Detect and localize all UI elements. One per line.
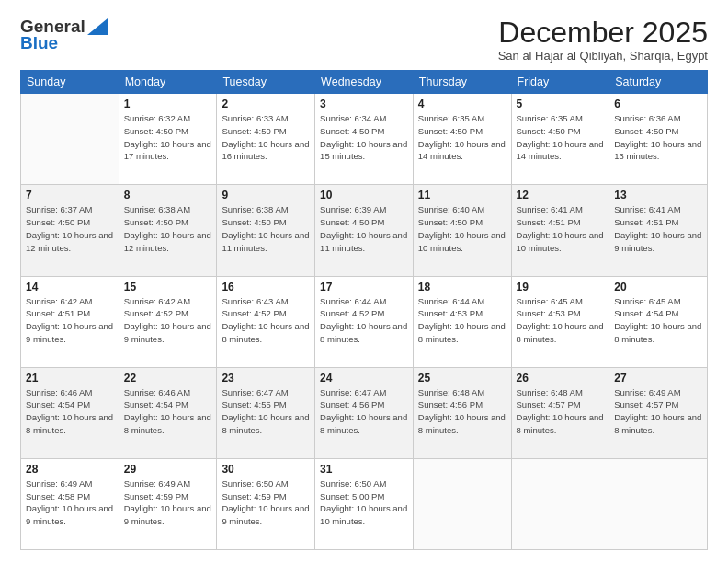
calendar-week-row: 21 Sunrise: 6:46 AMSunset: 4:54 PMDaylig… xyxy=(21,367,708,458)
cell-info: Sunrise: 6:45 AMSunset: 4:54 PMDaylight:… xyxy=(614,296,701,344)
day-number: 9 xyxy=(222,189,310,201)
cell-info: Sunrise: 6:49 AMSunset: 4:58 PMDaylight:… xyxy=(26,478,113,526)
day-number: 17 xyxy=(320,281,408,293)
month-title: December 2025 xyxy=(498,17,708,49)
table-row: 29 Sunrise: 6:49 AMSunset: 4:59 PMDaylig… xyxy=(119,458,217,549)
table-row: 25 Sunrise: 6:48 AMSunset: 4:56 PMDaylig… xyxy=(413,367,511,458)
day-number: 25 xyxy=(418,372,506,385)
cell-info: Sunrise: 6:46 AMSunset: 4:54 PMDaylight:… xyxy=(124,387,211,435)
cell-info: Sunrise: 6:41 AMSunset: 4:51 PMDaylight:… xyxy=(614,204,701,252)
table-row xyxy=(609,458,708,549)
table-row: 14 Sunrise: 6:42 AMSunset: 4:51 PMDaylig… xyxy=(21,276,119,367)
cell-info: Sunrise: 6:42 AMSunset: 4:52 PMDaylight:… xyxy=(124,296,211,344)
logo-icon xyxy=(87,18,108,35)
table-row: 20 Sunrise: 6:45 AMSunset: 4:54 PMDaylig… xyxy=(609,276,708,367)
table-row: 2 Sunrise: 6:33 AMSunset: 4:50 PMDayligh… xyxy=(217,94,315,185)
table-row: 3 Sunrise: 6:34 AMSunset: 4:50 PMDayligh… xyxy=(315,94,414,185)
day-number: 14 xyxy=(26,281,114,293)
cell-info: Sunrise: 6:50 AMSunset: 5:00 PMDaylight:… xyxy=(320,478,407,526)
calendar-table: Sunday Monday Tuesday Wednesday Thursday… xyxy=(20,70,708,550)
table-row xyxy=(511,458,609,549)
table-row xyxy=(413,458,511,549)
title-block: December 2025 San al Hajar al Qibliyah, … xyxy=(498,17,708,63)
day-number: 12 xyxy=(517,189,605,201)
cell-info: Sunrise: 6:44 AMSunset: 4:52 PMDaylight:… xyxy=(320,296,407,344)
svg-marker-0 xyxy=(87,18,108,35)
day-number: 2 xyxy=(222,98,310,110)
day-number: 15 xyxy=(124,281,212,293)
cell-info: Sunrise: 6:38 AMSunset: 4:50 PMDaylight:… xyxy=(124,204,211,252)
col-monday: Monday xyxy=(119,71,217,94)
table-row: 17 Sunrise: 6:44 AMSunset: 4:52 PMDaylig… xyxy=(315,276,414,367)
col-friday: Friday xyxy=(511,71,609,94)
col-wednesday: Wednesday xyxy=(315,71,414,94)
table-row: 21 Sunrise: 6:46 AMSunset: 4:54 PMDaylig… xyxy=(21,367,119,458)
header: General Blue December 2025 San al Hajar … xyxy=(20,17,708,63)
day-number: 18 xyxy=(418,281,506,293)
table-row xyxy=(21,94,119,185)
page: General Blue December 2025 San al Hajar … xyxy=(0,0,728,563)
calendar-week-row: 1 Sunrise: 6:32 AMSunset: 4:50 PMDayligh… xyxy=(21,94,708,185)
day-number: 19 xyxy=(517,281,605,293)
cell-info: Sunrise: 6:40 AMSunset: 4:50 PMDaylight:… xyxy=(418,204,506,252)
logo-blue-text: Blue xyxy=(20,33,58,53)
cell-info: Sunrise: 6:39 AMSunset: 4:50 PMDaylight:… xyxy=(320,204,407,252)
table-row: 22 Sunrise: 6:46 AMSunset: 4:54 PMDaylig… xyxy=(119,367,217,458)
cell-info: Sunrise: 6:38 AMSunset: 4:50 PMDaylight:… xyxy=(222,204,309,252)
day-number: 6 xyxy=(614,98,702,110)
table-row: 1 Sunrise: 6:32 AMSunset: 4:50 PMDayligh… xyxy=(119,94,217,185)
day-number: 8 xyxy=(124,189,212,201)
table-row: 4 Sunrise: 6:35 AMSunset: 4:50 PMDayligh… xyxy=(413,94,511,185)
table-row: 9 Sunrise: 6:38 AMSunset: 4:50 PMDayligh… xyxy=(217,185,315,276)
day-number: 11 xyxy=(418,189,506,201)
table-row: 30 Sunrise: 6:50 AMSunset: 4:59 PMDaylig… xyxy=(217,458,315,549)
day-number: 21 xyxy=(26,372,114,385)
calendar-header-row: Sunday Monday Tuesday Wednesday Thursday… xyxy=(21,71,708,94)
table-row: 15 Sunrise: 6:42 AMSunset: 4:52 PMDaylig… xyxy=(119,276,217,367)
col-tuesday: Tuesday xyxy=(217,71,315,94)
table-row: 12 Sunrise: 6:41 AMSunset: 4:51 PMDaylig… xyxy=(511,185,609,276)
day-number: 27 xyxy=(614,372,702,385)
cell-info: Sunrise: 6:41 AMSunset: 4:51 PMDaylight:… xyxy=(517,204,604,252)
day-number: 23 xyxy=(222,372,310,385)
col-sunday: Sunday xyxy=(21,71,119,94)
table-row: 8 Sunrise: 6:38 AMSunset: 4:50 PMDayligh… xyxy=(119,185,217,276)
day-number: 20 xyxy=(614,281,702,293)
table-row: 11 Sunrise: 6:40 AMSunset: 4:50 PMDaylig… xyxy=(413,185,511,276)
day-number: 30 xyxy=(222,463,310,476)
day-number: 13 xyxy=(614,189,702,201)
calendar-week-row: 7 Sunrise: 6:37 AMSunset: 4:50 PMDayligh… xyxy=(21,185,708,276)
table-row: 7 Sunrise: 6:37 AMSunset: 4:50 PMDayligh… xyxy=(21,185,119,276)
table-row: 31 Sunrise: 6:50 AMSunset: 5:00 PMDaylig… xyxy=(315,458,414,549)
day-number: 16 xyxy=(222,281,310,293)
cell-info: Sunrise: 6:49 AMSunset: 4:59 PMDaylight:… xyxy=(124,478,211,526)
cell-info: Sunrise: 6:32 AMSunset: 4:50 PMDaylight:… xyxy=(124,113,211,161)
cell-info: Sunrise: 6:47 AMSunset: 4:56 PMDaylight:… xyxy=(320,387,407,435)
cell-info: Sunrise: 6:36 AMSunset: 4:50 PMDaylight:… xyxy=(614,113,701,161)
cell-info: Sunrise: 6:48 AMSunset: 4:56 PMDaylight:… xyxy=(418,387,506,435)
cell-info: Sunrise: 6:35 AMSunset: 4:50 PMDaylight:… xyxy=(418,113,506,161)
table-row: 24 Sunrise: 6:47 AMSunset: 4:56 PMDaylig… xyxy=(315,367,414,458)
cell-info: Sunrise: 6:37 AMSunset: 4:50 PMDaylight:… xyxy=(26,204,113,252)
day-number: 26 xyxy=(517,372,605,385)
col-thursday: Thursday xyxy=(413,71,511,94)
cell-info: Sunrise: 6:49 AMSunset: 4:57 PMDaylight:… xyxy=(614,387,701,435)
table-row: 27 Sunrise: 6:49 AMSunset: 4:57 PMDaylig… xyxy=(609,367,708,458)
table-row: 6 Sunrise: 6:36 AMSunset: 4:50 PMDayligh… xyxy=(609,94,708,185)
logo: General Blue xyxy=(20,17,108,53)
table-row: 23 Sunrise: 6:47 AMSunset: 4:55 PMDaylig… xyxy=(217,367,315,458)
location: San al Hajar al Qibliyah, Sharqia, Egypt xyxy=(498,49,708,63)
cell-info: Sunrise: 6:46 AMSunset: 4:54 PMDaylight:… xyxy=(26,387,113,435)
table-row: 16 Sunrise: 6:43 AMSunset: 4:52 PMDaylig… xyxy=(217,276,315,367)
day-number: 1 xyxy=(124,98,212,110)
day-number: 5 xyxy=(517,98,605,110)
table-row: 26 Sunrise: 6:48 AMSunset: 4:57 PMDaylig… xyxy=(511,367,609,458)
day-number: 10 xyxy=(320,189,408,201)
day-number: 24 xyxy=(320,372,408,385)
day-number: 28 xyxy=(26,463,114,476)
cell-info: Sunrise: 6:35 AMSunset: 4:50 PMDaylight:… xyxy=(517,113,604,161)
cell-info: Sunrise: 6:34 AMSunset: 4:50 PMDaylight:… xyxy=(320,113,407,161)
table-row: 13 Sunrise: 6:41 AMSunset: 4:51 PMDaylig… xyxy=(609,185,708,276)
cell-info: Sunrise: 6:42 AMSunset: 4:51 PMDaylight:… xyxy=(26,296,113,344)
table-row: 19 Sunrise: 6:45 AMSunset: 4:53 PMDaylig… xyxy=(511,276,609,367)
